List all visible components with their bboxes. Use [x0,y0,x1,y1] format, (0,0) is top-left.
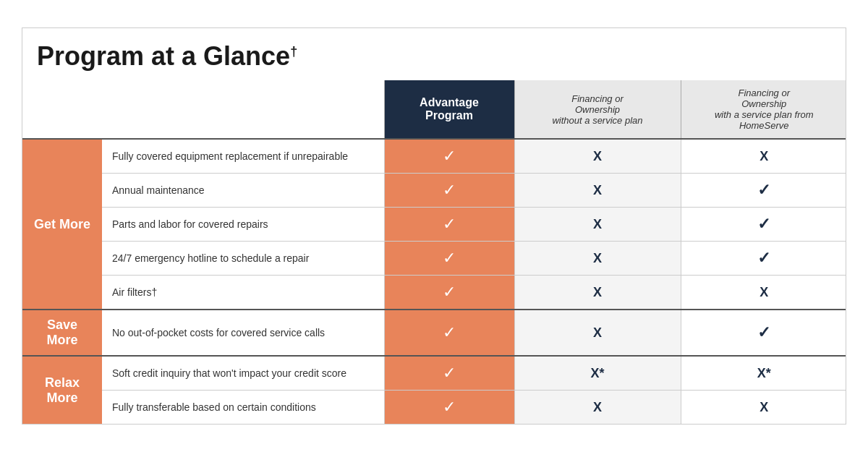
th-financing2: Financing or Ownership with a service pl… [681,80,846,139]
advantage-value: ✓ [384,139,514,174]
feature-cell: Fully transferable based on certain cond… [102,391,384,425]
check-icon: ✓ [443,147,456,165]
fin1-line3: without a service plan [552,115,642,126]
feature-cell: 24/7 emergency hotline to schedule a rep… [102,242,384,276]
x-icon: X [593,149,602,163]
check-icon: ✓ [443,283,456,301]
title-text: Program at a Glance [37,41,290,71]
feature-cell: No out-of-pocket costs for covered servi… [102,310,384,356]
fin1-value: X [514,174,681,208]
fin1-line1: Financing or [571,93,624,104]
check-icon: ✓ [443,398,456,416]
fin2-value: X [681,276,846,310]
x-icon: X [760,400,768,414]
fin2-line3: with a service plan from [715,109,814,120]
th-empty-feature [102,80,384,139]
th-empty-category [22,80,102,139]
check-icon: ✓ [757,181,770,199]
category-cell-2: Relax More [22,356,102,424]
advantage-value: ✓ [384,208,514,242]
x-icon: X [593,400,602,414]
category-cell-0: Get More [22,139,102,310]
fin2-value: ✓ [681,208,846,242]
table-body: Get MoreFully covered equipment replacem… [22,139,846,424]
category-cell-1: Save More [22,310,102,356]
fin2-value: X [681,391,846,425]
th-financing1: Financing or Ownership without a service… [514,80,681,139]
fin2-value: ✓ [681,242,846,276]
fin1-value: X [514,391,681,425]
title-superscript: † [290,44,297,59]
fin2-line1: Financing or [738,88,790,98]
check-icon: ✓ [443,249,456,267]
x-icon: X [593,285,602,299]
advantage-value: ✓ [384,276,514,310]
advantage-value: ✓ [384,174,514,208]
feature-cell: Annual maintenance [102,174,384,208]
fin2-line2: Ownership [741,98,786,109]
advantage-value: ✓ [384,391,514,425]
fin2-value: ✓ [681,310,846,356]
advantage-value: ✓ [384,310,514,356]
check-icon: ✓ [757,323,770,341]
x-icon: X [593,325,602,340]
feature-cell: Fully covered equipment replacement if u… [102,139,384,174]
fin1-value: X [514,242,681,276]
x-icon: X [760,285,768,299]
x-icon: X [593,217,602,231]
advantage-value: ✓ [384,356,514,391]
th-advantage: Advantage Program [384,80,514,139]
check-icon: ✓ [443,215,456,233]
x-icon: X [593,251,602,265]
x-icon: X [760,149,768,163]
fin1-value: X [514,139,681,174]
fin1-value: X [514,276,681,310]
feature-cell: Air filters† [102,276,384,310]
fin1-value: X [514,310,681,356]
advantage-value: ✓ [384,242,514,276]
fin2-value: ✓ [681,174,846,208]
fin1-value: X [514,208,681,242]
x-icon: X* [590,366,604,380]
page-title: Program at a Glance† [22,28,846,80]
fin1-value: X* [514,356,681,391]
fin2-value: X* [681,356,846,391]
x-icon: X [593,183,602,197]
fin2-value: X [681,139,846,174]
check-icon: ✓ [443,364,456,382]
advantage-line2: Program [425,109,473,121]
fin1-line2: Ownership [575,104,620,115]
comparison-table: Advantage Program Financing or Ownership… [22,80,846,424]
check-icon: ✓ [757,215,770,233]
check-icon: ✓ [757,249,770,267]
program-at-a-glance-container: Program at a Glance† Advantage Program F… [22,27,846,425]
check-icon: ✓ [443,323,456,341]
feature-cell: Parts and labor for covered repairs [102,208,384,242]
feature-cell: Soft credit inquiry that won't impact yo… [102,356,384,391]
x-icon: X* [757,366,771,380]
advantage-line1: Advantage [420,96,479,108]
fin2-line4: HomeServe [739,120,789,131]
check-icon: ✓ [443,181,456,199]
